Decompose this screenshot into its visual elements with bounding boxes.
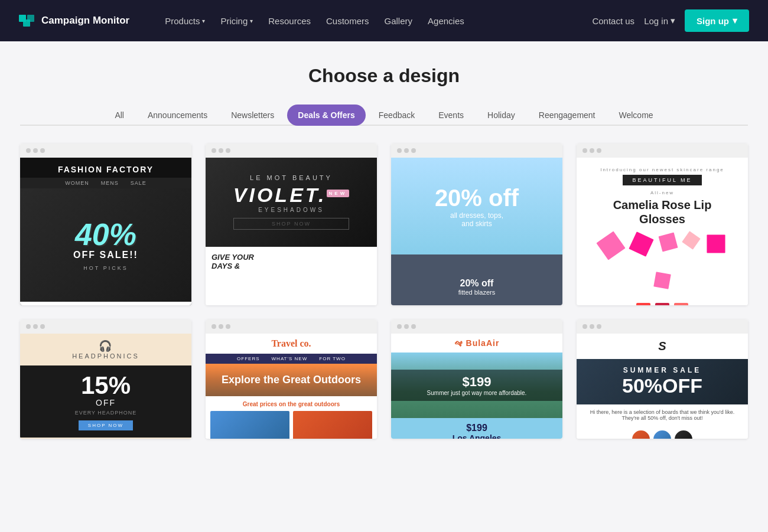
tab-holiday[interactable]: Holiday (477, 105, 526, 126)
main-content: Choose a design All Announcements Newsle… (6, 41, 762, 462)
card-header (206, 143, 377, 158)
nav-agencies[interactable]: Agencies (422, 11, 470, 31)
spring-top: 20% off all dresses, tops,and skirts (391, 158, 562, 254)
swatch-icon (655, 303, 669, 305)
card-header (20, 319, 191, 334)
tab-announcements[interactable]: Announcements (137, 105, 218, 126)
template-card-skate[interactable]: S SUMMER SALE 50%OFF Hi there, here is a… (577, 319, 748, 439)
chevron-down-icon: ▾ (250, 18, 253, 24)
dot-icon (40, 324, 45, 329)
bula-logo-area: 🛩 BulaAir (391, 334, 562, 353)
dot-icon (590, 324, 594, 329)
violet-brand: LE MOT BEAUTY (233, 174, 349, 181)
fashion-percent: 40% (75, 219, 136, 250)
skate-boards (577, 426, 748, 439)
template-card-camelia[interactable]: Introducing our newest skincare range BE… (577, 143, 748, 305)
logo-text: Campaign Monitor (41, 15, 129, 27)
tab-deals[interactable]: Deals & Offers (287, 105, 365, 126)
travel-item-2 (293, 411, 372, 439)
dot-icon (582, 148, 587, 153)
tab-all[interactable]: All (104, 105, 135, 126)
tab-welcome[interactable]: Welcome (608, 105, 664, 126)
violet-product: VIOLET.NEW (233, 184, 349, 207)
headphones-text: Summer, with a better soundtrack. (20, 438, 191, 439)
violet-img: LE MOT BEAUTY VIOLET.NEW EYESHADOWS SHOP… (206, 158, 377, 247)
template-grid-row2: 🎧 HEADPHONICS 15% OFF EVERY HEADPHONE SH… (20, 319, 748, 439)
dot-icon (226, 324, 230, 329)
travel-body: Great prices on the great outdoors Scuba… (206, 396, 377, 439)
dot-icon (404, 148, 409, 153)
skate-percent: 50%OFF (622, 374, 702, 397)
nav-right: Contact us Log in ▾ Sign up ▾ (592, 9, 749, 32)
nav-resources[interactable]: Resources (262, 11, 317, 31)
dot-icon (26, 148, 31, 153)
card-preview: 20% off all dresses, tops,and skirts 20%… (391, 158, 562, 305)
page-title: Choose a design (20, 65, 748, 87)
bula-landscape: $199 Summer just got way more affordable… (391, 353, 562, 418)
template-card-bula[interactable]: 🛩 BulaAir $199 Summer just got way more … (391, 319, 562, 439)
logo[interactable]: Campaign Monitor (19, 15, 129, 27)
template-card-violet[interactable]: LE MOT BEAUTY VIOLET.NEW EYESHADOWS SHOP… (206, 143, 377, 305)
travel-nav: OFFERS WHAT'S NEW FOR TWO (206, 354, 377, 364)
dot-icon (211, 324, 216, 329)
nav-login[interactable]: Log in ▾ (644, 15, 675, 26)
template-card-headphones[interactable]: 🎧 HEADPHONICS 15% OFF EVERY HEADPHONE SH… (20, 319, 191, 439)
travel-headline: Explore the Great Outdoors (212, 374, 370, 387)
nav-products[interactable]: Products ▾ (159, 11, 211, 31)
travel-logo: Travel co. (206, 334, 377, 354)
template-grid-row1: FASHION FACTORY WOMEN MENS SALE 40% OFF … (20, 143, 748, 305)
camelia-decoration (586, 231, 738, 298)
nav-contact[interactable]: Contact us (592, 16, 634, 26)
chevron-down-icon: ▾ (733, 15, 737, 26)
dot-icon (219, 148, 223, 153)
travel-promo: Great prices on the great outdoors (210, 401, 372, 407)
card-header (206, 319, 377, 334)
board-icon (675, 430, 692, 439)
fashion-hot: HOT PICKS (83, 265, 128, 271)
dot-icon (33, 148, 38, 153)
dot-icon (211, 148, 216, 153)
dot-icon (397, 324, 402, 329)
nav-pricing[interactable]: Pricing ▾ (214, 11, 259, 31)
svg-rect-2 (23, 19, 30, 27)
leaf-icon (647, 266, 677, 295)
card-header (577, 143, 748, 158)
nav-customers[interactable]: Customers (320, 11, 375, 31)
tab-events[interactable]: Events (428, 105, 474, 126)
violet-tagline: GIVE YOUR (211, 253, 371, 262)
dot-icon (219, 324, 223, 329)
headphones-sub: EVERY HEADPHONE (75, 410, 137, 416)
headphones-cta: SHOP NOW (79, 420, 133, 430)
dot-icon (40, 148, 45, 153)
dot-icon (590, 148, 594, 153)
nav-gallery[interactable]: Gallery (379, 11, 419, 31)
spring-percent: 20% off all dresses, tops,and skirts (435, 185, 519, 228)
bula-logo: 🛩 BulaAir (396, 338, 558, 348)
template-card-fashion[interactable]: FASHION FACTORY WOMEN MENS SALE 40% OFF … (20, 143, 191, 305)
fashion-brand: FASHION FACTORY (20, 158, 191, 178)
card-preview: LE MOT BEAUTY VIOLET.NEW EYESHADOWS SHOP… (206, 158, 377, 305)
fashion-off: OFF SALE!! (73, 250, 138, 260)
card-preview: 🎧 HEADPHONICS 15% OFF EVERY HEADPHONE SH… (20, 334, 191, 439)
tab-reengagement[interactable]: Reengagement (528, 105, 606, 126)
skate-hero: SUMMER SALE 50%OFF (577, 359, 748, 404)
dot-icon (26, 324, 31, 329)
camelia-swatches (636, 303, 688, 305)
tab-newsletters[interactable]: Newsletters (220, 105, 285, 126)
navbar: Campaign Monitor Products ▾ Pricing ▾ Re… (0, 0, 768, 41)
card-preview: FASHION FACTORY WOMEN MENS SALE 40% OFF … (20, 158, 191, 305)
swatch-icon (674, 303, 688, 305)
filter-tabs: All Announcements Newsletters Deals & Of… (20, 105, 748, 126)
dot-icon (226, 148, 230, 153)
skate-sale: SUMMER SALE (623, 366, 702, 374)
camelia-product: Camelia Rose LipGlosses (613, 198, 712, 226)
headphones-off: OFF (96, 398, 116, 407)
camelia-tag: All-new (650, 190, 674, 195)
signup-button[interactable]: Sign up ▾ (685, 9, 749, 32)
tab-feedback[interactable]: Feedback (368, 105, 425, 126)
headphones-sale: 15% OFF EVERY HEADPHONE SHOP NOW (20, 365, 191, 438)
template-card-spring[interactable]: 20% off all dresses, tops,and skirts 20%… (391, 143, 562, 305)
spring-bottom-text: 20% off fitted blazers (458, 278, 495, 296)
template-card-travel[interactable]: Travel co. OFFERS WHAT'S NEW FOR TWO Exp… (206, 319, 377, 439)
fashion-sale-area: 40% OFF SALE!! HOT PICKS (20, 188, 191, 302)
